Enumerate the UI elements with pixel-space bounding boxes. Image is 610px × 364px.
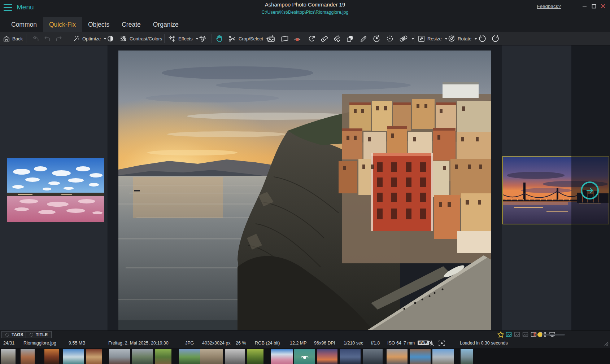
rotate-ccw-icon [478, 34, 487, 43]
sparkles-icon [168, 35, 176, 43]
undo-button[interactable] [44, 33, 51, 44]
back-label: Back [12, 36, 23, 41]
resize-button[interactable]: Resize [418, 33, 448, 44]
scratch-remover-button[interactable] [333, 33, 341, 44]
view-mode-2-button[interactable] [514, 332, 520, 339]
filmstrip-thumb-night-lake-village[interactable] [340, 349, 361, 364]
contrast-colors-button[interactable]: Contrast/Colors [119, 33, 162, 44]
filmstrip-thumb-lily-pads[interactable] [247, 349, 263, 364]
filmstrip-thumb-round-courtyard[interactable] [410, 349, 431, 364]
dodge-burn-button[interactable] [385, 33, 394, 44]
scratch-eraser-icon [333, 35, 341, 43]
filmstrip-thumb-bw-cathedral[interactable] [225, 349, 245, 364]
focal-length: 7 mm [404, 341, 415, 346]
filmstrip-thumb-riomaggiore-current[interactable] [294, 349, 315, 364]
menu-button[interactable]: Menu [4, 3, 34, 11]
back-button[interactable]: Back [3, 33, 23, 44]
metering-mode-icon [438, 340, 445, 347]
eraser-button[interactable] [320, 33, 328, 44]
title-tab[interactable]: TITLE [26, 331, 52, 338]
color-picker-button[interactable] [360, 33, 367, 44]
pan-tool-button[interactable] [215, 33, 223, 44]
tab-common[interactable]: Common [5, 17, 43, 32]
tab-organize[interactable]: Organize [147, 17, 185, 32]
filmstrip-thumb-lake-bled-island[interactable] [363, 349, 383, 364]
filmstrip-thumb-tree-branches[interactable] [155, 349, 171, 364]
view-mode-photo-button[interactable] [506, 332, 512, 339]
hamburger-icon [4, 4, 12, 11]
app-window: Menu Ashampoo Photo Commander 19 C:\User… [0, 0, 610, 364]
tab-objects[interactable]: Objects [82, 17, 116, 32]
tags-tab[interactable]: TAGS [1, 331, 27, 338]
filmstrip-thumb-autumn-city-sunset[interactable] [44, 349, 59, 364]
filmstrip-thumb-torii-gate[interactable] [109, 349, 130, 364]
toolbar: Back Optimize Contrast/Colors [0, 32, 610, 45]
filmstrip-thumb-old-town-rooftops[interactable] [21, 349, 35, 364]
filmstrip-thumb-pink-lake[interactable] [271, 349, 293, 364]
filmstrip-thumb-tre-cime-peaks[interactable] [432, 349, 454, 364]
tab-quick-fix[interactable]: Quick-Fix [43, 17, 82, 32]
rotate-left-button[interactable] [478, 33, 487, 44]
zoom-slider-knob[interactable] [537, 332, 542, 337]
redo-button[interactable] [55, 33, 62, 44]
filmstrip-thumb-stone-houses[interactable] [200, 349, 223, 364]
image-icon [506, 332, 512, 337]
clone-stamp-icon [346, 35, 354, 43]
view-mode-3-button[interactable] [522, 332, 528, 339]
load-time: Loaded in 0.30 seconds [460, 341, 508, 346]
filmstrip-thumb-mountain-village[interactable] [1, 349, 16, 364]
retouch-button[interactable] [372, 33, 381, 44]
crop-select-button[interactable]: Crop/Select [228, 33, 269, 44]
radio-icon [5, 333, 9, 337]
resize-grip[interactable] [604, 341, 609, 347]
filesize: 9.55 MB [69, 341, 86, 346]
contrast-colors-label: Contrast/Colors [130, 36, 162, 41]
dpi: 96x96 DPI [314, 341, 335, 346]
clone-stamp-button[interactable] [346, 33, 354, 44]
undo-all-icon [32, 35, 40, 42]
straighten-button[interactable] [267, 33, 276, 44]
optimize-button[interactable]: Optimize [73, 33, 106, 44]
aperture: f/1.8 [371, 341, 380, 346]
rotate-button[interactable]: Rotate [448, 33, 477, 44]
healing-patch-button[interactable] [399, 33, 414, 44]
file-format: JPG [185, 341, 194, 346]
main-photo[interactable] [118, 51, 491, 330]
filmstrip-thumb-kirkjufell-falls[interactable] [132, 349, 153, 364]
undo-all-button[interactable] [32, 33, 40, 44]
filmstrip-thumb-sea-sunset[interactable] [387, 349, 408, 364]
close-button[interactable] [598, 1, 608, 11]
effects-label: Effects [178, 36, 193, 41]
tab-create[interactable]: Create [116, 17, 147, 32]
scissors-icon [228, 35, 236, 43]
filmstrip-thumb-bay-bridge-sunset[interactable] [317, 349, 337, 364]
home-icon [3, 35, 10, 42]
filmstrip-thumb-waterfall[interactable] [461, 349, 473, 364]
feedback-link[interactable]: Feedback? [537, 4, 561, 9]
red-eye-icon [293, 35, 302, 42]
dashed-circle-icon [385, 35, 394, 43]
auto-contrast-button[interactable] [107, 33, 114, 44]
tags-label: TAGS [12, 332, 23, 337]
effects-button[interactable]: Effects [168, 33, 199, 44]
maximize-button[interactable] [589, 1, 598, 11]
rotate-right-button[interactable] [491, 33, 500, 44]
footer-bar: TAGS TITLE [0, 330, 610, 339]
image-icon [522, 332, 528, 337]
chevron-down-icon [445, 38, 448, 40]
smudge-drop-icon [372, 35, 381, 43]
filmstrip-thumb-decorative-plates[interactable] [86, 349, 102, 364]
minimize-button[interactable] [580, 1, 589, 11]
filmstrip-thumb-green-valley[interactable] [179, 349, 201, 364]
previous-photo-thumbnail[interactable] [7, 158, 104, 222]
next-image-button[interactable] [581, 181, 599, 199]
sliders-icon [119, 35, 127, 42]
perspective-button[interactable] [280, 33, 289, 44]
minimize-icon [582, 4, 587, 9]
clone-rotate-button[interactable] [308, 33, 316, 44]
red-eye-button[interactable] [293, 33, 302, 44]
rating-star-button[interactable] [497, 331, 504, 339]
filmstrip-thumb-harbor-houses[interactable] [63, 349, 84, 364]
bandage-icon [399, 35, 409, 43]
effect-brush-button[interactable] [199, 33, 206, 44]
